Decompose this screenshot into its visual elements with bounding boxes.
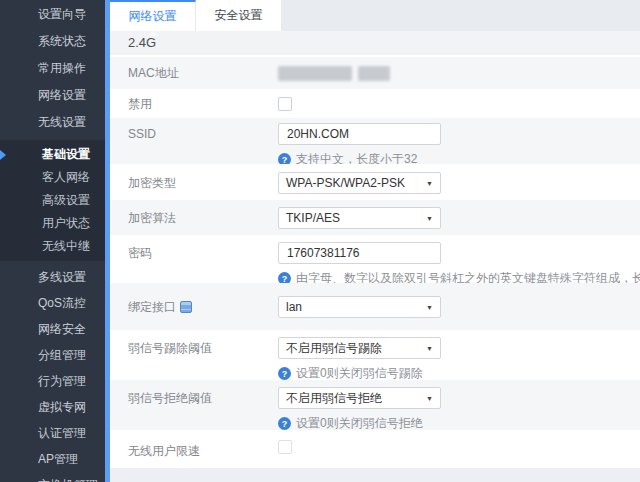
sidebar-item-vpn[interactable]: 虚拟专网 xyxy=(0,394,105,420)
weak-signal-kick-help: ? 设置0则关闭弱信号踢除 xyxy=(278,365,640,380)
bind-interface-row: 绑定接口 lan ▼ xyxy=(110,283,640,330)
sidebar-subitem-basic-settings[interactable]: 基础设置 xyxy=(0,143,105,166)
ssid-help-text: 支持中文，长度小于32 xyxy=(296,151,417,164)
sidebar-subitem-advanced-settings[interactable]: 高级设置 xyxy=(0,189,105,212)
password-input[interactable] xyxy=(278,242,441,264)
mac-address-label: MAC地址 xyxy=(128,62,278,84)
wireless-user-limit-label: 无线用户限速 xyxy=(128,440,278,468)
dropdown-caret-icon: ▼ xyxy=(426,215,433,222)
weak-signal-kick-row: 弱信号踢除阈值 不启用弱信号踢除 ▼ ? 设置0则关闭弱信号踢除 xyxy=(110,330,640,380)
sidebar-item-common-operations[interactable]: 常用操作 xyxy=(0,55,105,82)
disable-checkbox[interactable] xyxy=(278,97,292,111)
help-icon: ? xyxy=(278,153,291,164)
sidebar-item-multiwan-settings[interactable]: 多线设置 xyxy=(0,264,105,290)
encryption-type-label: 加密类型 xyxy=(128,172,278,200)
ssid-label: SSID xyxy=(128,123,278,164)
sidebar-item-group-management[interactable]: 分组管理 xyxy=(0,342,105,368)
section-title-2-4g: 2.4G xyxy=(110,31,640,55)
help-icon: ? xyxy=(278,367,291,380)
weak-signal-kick-help-text: 设置0则关闭弱信号踢除 xyxy=(296,365,423,380)
encryption-algorithm-label: 加密算法 xyxy=(128,207,278,235)
weak-signal-kick-label: 弱信号踢除阈值 xyxy=(128,337,278,380)
sidebar: 设置向导 系统状态 常用操作 网络设置 无线设置 基础设置 客人网络 高级设置 … xyxy=(0,0,110,482)
weak-signal-kick-select[interactable]: 不启用弱信号踢除 ▼ xyxy=(278,337,441,359)
weak-signal-reject-select[interactable]: 不启用弱信号拒绝 ▼ xyxy=(278,387,441,409)
tab-network-settings[interactable]: 网络设置 xyxy=(110,0,196,31)
dropdown-caret-icon: ▼ xyxy=(426,395,433,402)
sidebar-item-qos-control[interactable]: QoS流控 xyxy=(0,290,105,316)
bind-interface-label: 绑定接口 xyxy=(128,296,278,330)
weak-signal-reject-help: ? 设置0则关闭弱信号拒绝 xyxy=(278,415,640,430)
weak-signal-reject-value: 不启用弱信号拒绝 xyxy=(286,390,382,407)
help-icon: ? xyxy=(278,272,291,283)
bottom-strip xyxy=(110,468,640,482)
password-help: ? 由字母、数字以及除双引号斜杠之外的英文键盘特殊字符组成，长度是8到63个字符 xyxy=(278,270,640,283)
sidebar-item-setup-wizard[interactable]: 设置向导 xyxy=(0,1,105,28)
sidebar-subitem-guest-network[interactable]: 客人网络 xyxy=(0,166,105,189)
sidebar-subitem-user-status[interactable]: 用户状态 xyxy=(0,212,105,235)
bind-interface-label-text: 绑定接口 xyxy=(128,300,176,314)
ssid-row: SSID ? 支持中文，长度小于32 xyxy=(110,118,640,164)
password-help-text: 由字母、数字以及除双引号斜杠之外的英文键盘特殊字符组成，长度是8到63个字符 xyxy=(296,270,640,283)
sidebar-item-switch-management[interactable]: 交换机管理 xyxy=(0,472,105,482)
dropdown-caret-icon: ▼ xyxy=(426,304,433,311)
sidebar-item-behavior-management[interactable]: 行为管理 xyxy=(0,368,105,394)
mac-address-value-redacted xyxy=(278,66,640,81)
bind-interface-icon[interactable] xyxy=(180,301,192,313)
sidebar-item-system-status[interactable]: 系统状态 xyxy=(0,28,105,55)
encryption-type-row: 加密类型 WPA-PSK/WPA2-PSK ▼ xyxy=(110,164,640,200)
weak-signal-reject-help-text: 设置0则关闭弱信号拒绝 xyxy=(296,415,423,430)
main-area: 网络设置 安全设置 2.4G MAC地址 禁用 SSID ? 支持 xyxy=(110,0,640,482)
encryption-type-value: WPA-PSK/WPA2-PSK xyxy=(286,176,405,190)
dropdown-caret-icon: ▼ xyxy=(426,345,433,352)
weak-signal-kick-value: 不启用弱信号踢除 xyxy=(286,340,382,357)
sidebar-item-auth-management[interactable]: 认证管理 xyxy=(0,420,105,446)
dropdown-caret-icon: ▼ xyxy=(426,180,433,187)
mac-address-row: MAC地址 xyxy=(110,57,640,89)
sidebar-item-ap-management[interactable]: AP管理 xyxy=(0,446,105,472)
disable-label: 禁用 xyxy=(128,93,278,115)
bind-interface-value: lan xyxy=(286,300,302,314)
password-row: 密码 ? 由字母、数字以及除双引号斜杠之外的英文键盘特殊字符组成，长度是8到63… xyxy=(110,235,640,283)
sidebar-item-network-security[interactable]: 网络安全 xyxy=(0,316,105,342)
tab-bar: 网络设置 安全设置 xyxy=(110,0,640,31)
wireless-user-limit-checkbox[interactable] xyxy=(278,440,292,454)
weak-signal-reject-row: 弱信号拒绝阈值 不启用弱信号拒绝 ▼ ? 设置0则关闭弱信号拒绝 xyxy=(110,380,640,430)
sidebar-lower-group: 多线设置 QoS流控 网络安全 分组管理 行为管理 虚拟专网 认证管理 AP管理… xyxy=(0,264,105,482)
wireless-user-limit-row: 无线用户限速 xyxy=(110,430,640,468)
sidebar-item-wireless-settings[interactable]: 无线设置 xyxy=(0,109,105,136)
sidebar-item-network-settings[interactable]: 网络设置 xyxy=(0,82,105,109)
settings-form: 2.4G MAC地址 禁用 SSID ? 支持中文，长度小于32 xyxy=(110,31,640,482)
disable-row: 禁用 xyxy=(110,89,640,118)
sidebar-subitem-wireless-relay[interactable]: 无线中继 xyxy=(0,235,105,258)
encryption-algorithm-row: 加密算法 TKIP/AES ▼ xyxy=(110,200,640,235)
encryption-algorithm-value: TKIP/AES xyxy=(286,211,340,225)
bind-interface-select[interactable]: lan ▼ xyxy=(278,296,441,318)
password-label: 密码 xyxy=(128,242,278,283)
encryption-algorithm-select[interactable]: TKIP/AES ▼ xyxy=(278,207,441,229)
tab-security-settings[interactable]: 安全设置 xyxy=(196,0,282,31)
ssid-input[interactable] xyxy=(278,123,441,145)
sidebar-wireless-submenu: 基础设置 客人网络 高级设置 用户状态 无线中继 xyxy=(0,140,105,261)
ssid-help: ? 支持中文，长度小于32 xyxy=(278,151,640,164)
encryption-type-select[interactable]: WPA-PSK/WPA2-PSK ▼ xyxy=(278,172,441,194)
weak-signal-reject-label: 弱信号拒绝阈值 xyxy=(128,387,278,430)
help-icon: ? xyxy=(278,417,291,430)
